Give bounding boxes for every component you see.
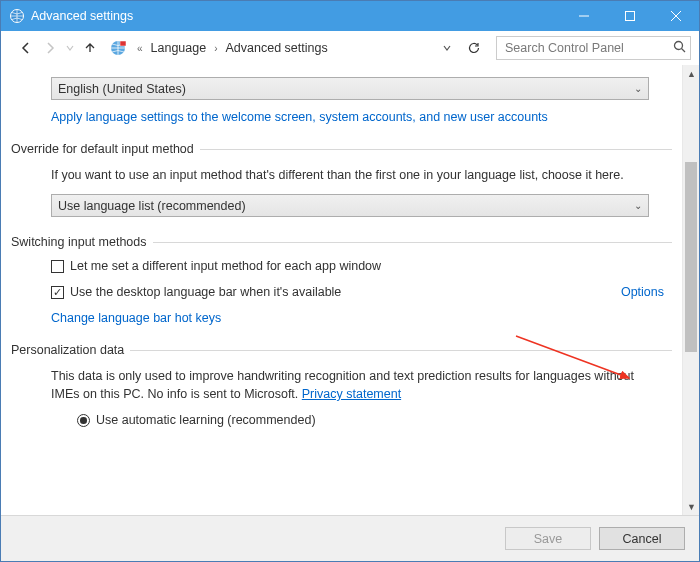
checkbox-icon[interactable] bbox=[51, 286, 64, 299]
chevron-left-icon[interactable]: « bbox=[135, 43, 145, 54]
personalization-desc: This data is only used to improve handwr… bbox=[51, 367, 649, 403]
back-button[interactable] bbox=[15, 37, 37, 59]
hotkeys-link[interactable]: Change language bar hot keys bbox=[51, 311, 672, 325]
forward-button[interactable] bbox=[39, 37, 61, 59]
search-icon[interactable] bbox=[673, 40, 686, 56]
primary-language-value: English (United States) bbox=[58, 82, 186, 96]
input-method-value: Use language list (recommended) bbox=[58, 199, 246, 213]
options-link[interactable]: Options bbox=[621, 285, 664, 299]
save-button[interactable]: Save bbox=[505, 527, 591, 550]
section-switching-title: Switching input methods bbox=[11, 235, 147, 249]
checkbox-language-bar-label: Use the desktop language bar when it's a… bbox=[70, 285, 341, 299]
breadcrumb: « Language › Advanced settings bbox=[135, 39, 332, 57]
section-switching: Switching input methods bbox=[11, 235, 672, 249]
chevron-down-icon: ⌄ bbox=[634, 200, 642, 211]
close-button[interactable] bbox=[653, 1, 699, 31]
titlebar: Advanced settings bbox=[1, 1, 699, 31]
checkbox-per-app[interactable]: Let me set a different input method for … bbox=[51, 259, 672, 273]
search-input[interactable] bbox=[503, 40, 673, 56]
override-desc: If you want to use an input method that'… bbox=[51, 166, 649, 184]
recent-dropdown-button[interactable] bbox=[63, 37, 77, 59]
scroll-down-button[interactable]: ▼ bbox=[683, 498, 699, 515]
minimize-button[interactable] bbox=[561, 1, 607, 31]
chevron-down-icon: ⌄ bbox=[634, 83, 642, 94]
svg-point-4 bbox=[675, 42, 683, 50]
radio-auto-learning[interactable]: Use automatic learning (recommended) bbox=[77, 413, 672, 427]
breadcrumb-item-language[interactable]: Language bbox=[147, 39, 211, 57]
section-personalization-title: Personalization data bbox=[11, 343, 124, 357]
section-override-title: Override for default input method bbox=[11, 142, 194, 156]
section-override: Override for default input method bbox=[11, 142, 672, 156]
content-area: English (United States) ⌄ Apply language… bbox=[1, 65, 699, 515]
maximize-button[interactable] bbox=[607, 1, 653, 31]
svg-rect-1 bbox=[626, 12, 635, 21]
navbar: « Language › Advanced settings bbox=[1, 31, 699, 65]
chevron-right-icon: › bbox=[212, 43, 219, 54]
search-box[interactable] bbox=[496, 36, 691, 60]
region-icon bbox=[109, 39, 127, 57]
window: Advanced settings bbox=[0, 0, 700, 562]
primary-language-dropdown[interactable]: English (United States) ⌄ bbox=[51, 77, 649, 100]
up-button[interactable] bbox=[79, 37, 101, 59]
breadcrumb-item-advanced[interactable]: Advanced settings bbox=[222, 39, 332, 57]
refresh-button[interactable] bbox=[462, 36, 486, 60]
radio-icon[interactable] bbox=[77, 414, 90, 427]
apply-to-welcome-link[interactable]: Apply language settings to the welcome s… bbox=[51, 110, 672, 124]
scroll-track[interactable] bbox=[683, 82, 699, 498]
checkbox-icon[interactable] bbox=[51, 260, 64, 273]
section-personalization: Personalization data bbox=[11, 343, 672, 357]
address-dropdown-button[interactable] bbox=[438, 39, 456, 57]
checkbox-per-app-label: Let me set a different input method for … bbox=[70, 259, 381, 273]
footer: Save Cancel bbox=[1, 515, 699, 561]
window-title: Advanced settings bbox=[31, 9, 133, 23]
content-panel: English (United States) ⌄ Apply language… bbox=[1, 65, 682, 515]
app-icon bbox=[9, 8, 25, 24]
privacy-statement-link[interactable]: Privacy statement bbox=[302, 387, 401, 401]
input-method-dropdown[interactable]: Use language list (recommended) ⌄ bbox=[51, 194, 649, 217]
svg-rect-3 bbox=[120, 41, 126, 46]
vertical-scrollbar[interactable]: ▲ ▼ bbox=[682, 65, 699, 515]
checkbox-language-bar[interactable]: Use the desktop language bar when it's a… bbox=[51, 285, 672, 299]
radio-auto-learning-label: Use automatic learning (recommended) bbox=[96, 413, 316, 427]
scroll-up-button[interactable]: ▲ bbox=[683, 65, 699, 82]
scroll-thumb[interactable] bbox=[685, 162, 697, 352]
cancel-button[interactable]: Cancel bbox=[599, 527, 685, 550]
